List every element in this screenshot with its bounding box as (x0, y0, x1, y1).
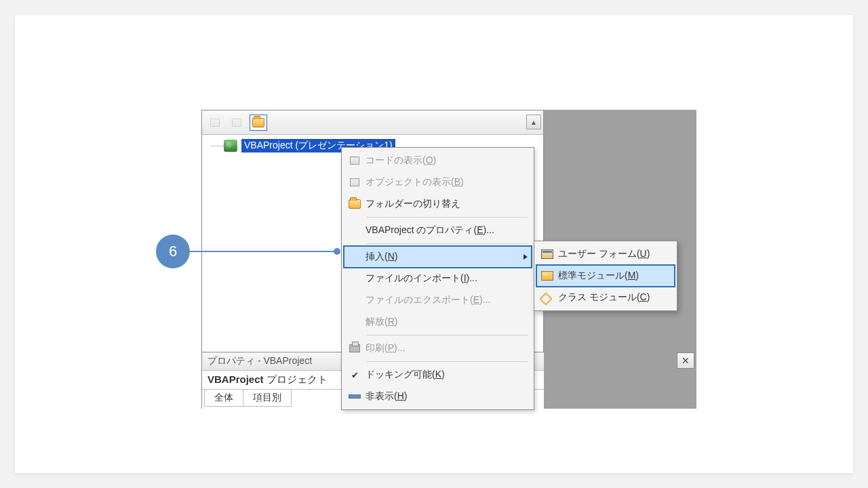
close-button[interactable]: ✕ (677, 352, 694, 369)
menu-project-properties[interactable]: VBAProject のプロパティ(E)... (344, 220, 532, 241)
menu-remove[interactable]: 解放(R) (344, 311, 532, 333)
menu-dockable[interactable]: ドッキング可能(K) (344, 364, 532, 386)
menu-toggle-folders[interactable]: フォルダーの切り替え (344, 193, 532, 215)
explorer-toolbar: ▲ (202, 110, 543, 135)
submenu-userform[interactable]: ユーザー フォーム(U) (536, 243, 675, 265)
menu-separator (367, 217, 528, 218)
menu-print[interactable]: 印刷(P)... (344, 338, 532, 359)
submenu-module[interactable]: 標準モジュール(M) (536, 265, 675, 287)
menu-separator (367, 335, 528, 336)
menu-view-code[interactable]: コードの表示(O) (344, 150, 532, 171)
toggle-folders-button[interactable] (250, 115, 267, 131)
bar-icon (349, 394, 361, 399)
callout-6: 6 (156, 235, 340, 268)
tab-categorized[interactable]: 項目別 (243, 390, 292, 407)
callout-badge: 6 (156, 235, 190, 268)
folder-icon (252, 118, 264, 127)
submenu-arrow-icon (524, 254, 528, 260)
tree-connector (212, 146, 224, 146)
menu-export-file[interactable]: ファイルのエクスポート(E)... (344, 289, 532, 311)
submenu-class-module[interactable]: クラス モジュール(C) (536, 287, 675, 308)
class-module-icon (541, 293, 553, 302)
menu-view-object[interactable]: オブジェクトの表示(B) (344, 171, 532, 193)
view-code-button[interactable] (206, 115, 224, 131)
scroll-up-button[interactable]: ▲ (526, 115, 541, 129)
properties-name-bold: VBAProject (208, 373, 264, 385)
printer-icon (349, 344, 360, 352)
menu-separator (367, 243, 528, 244)
object-icon (350, 178, 359, 186)
tab-all[interactable]: 全体 (204, 390, 243, 407)
module-icon (541, 271, 553, 281)
properties-name-rest: プロジェクト (264, 373, 328, 385)
menu-separator (367, 361, 528, 362)
callout-dot (334, 248, 340, 255)
folder-icon (349, 199, 361, 209)
view-object-button[interactable] (228, 115, 245, 131)
callout-line (190, 251, 334, 252)
code-icon (350, 157, 359, 165)
userform-icon (541, 249, 553, 259)
menu-insert[interactable]: 挿入(N) (344, 246, 532, 268)
menu-import-file[interactable]: ファイルのインポート(I)... (344, 268, 532, 289)
check-icon (344, 370, 366, 380)
vbaproject-icon (224, 140, 237, 152)
menu-hide[interactable]: 非表示(H) (344, 386, 532, 407)
context-menu: コードの表示(O) オブジェクトの表示(B) フォルダーの切り替え VBAPro… (341, 147, 534, 410)
card: ▲ VBAProject (プレゼンテーション1) プロパティ - VBAPro… (15, 15, 853, 473)
insert-submenu: ユーザー フォーム(U) 標準モジュール(M) クラス モジュール(C) (534, 241, 677, 311)
